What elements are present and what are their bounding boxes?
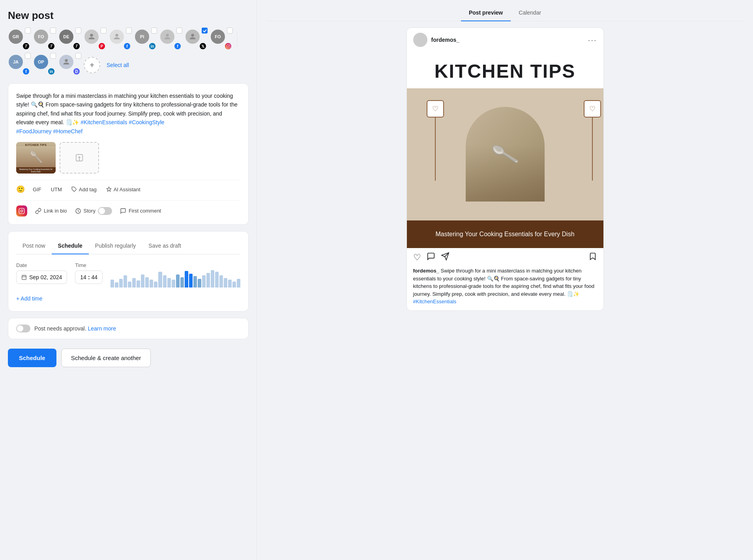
ig-post-header: fordemos_ ··· [407, 28, 603, 52]
instagram-platform-icon [16, 205, 27, 217]
add-time-label: + Add time [16, 295, 43, 302]
hashtag-home-chef: #HomeChef [53, 128, 82, 134]
date-input[interactable]: Sep 02, 2024 [16, 271, 67, 284]
ig-caption-area: fordemos_ Swipe through for a mini maste… [407, 267, 603, 310]
chart-bar [154, 282, 157, 287]
link-in-bio-label: Link in bio [44, 208, 67, 214]
tab-calendar[interactable]: Calendar [511, 6, 549, 21]
account-avatar [109, 29, 125, 45]
account-item-ja-facebook[interactable]: JA f [8, 54, 30, 76]
emoji-button[interactable]: 🙂 [16, 185, 25, 194]
date-value: Sep 02, 2024 [29, 274, 62, 280]
kitchen-tips-title-area: KITCHEN TIPS [407, 52, 603, 88]
chart-bar [193, 276, 197, 287]
right-panel: Post preview Calendar fordemos_ ··· KITC… [257, 0, 753, 560]
instagram-options-row: Link in bio Story First comment [16, 200, 240, 217]
time-separator: : [88, 274, 90, 280]
tab-post-preview[interactable]: Post preview [461, 6, 511, 21]
utm-button[interactable]: UTM [49, 185, 64, 194]
select-all-button[interactable]: Select all [103, 60, 132, 70]
ig-more-button[interactable]: ··· [588, 35, 597, 45]
story-option[interactable]: Story [75, 207, 112, 215]
schedule-tabs: Post now Schedule Publish regularly Save… [16, 239, 240, 254]
add-account-button[interactable]: + [84, 57, 100, 73]
account-item-av-twitter[interactable]: 𝕏 [185, 29, 207, 51]
account-item-av-facebook[interactable]: f [109, 29, 131, 51]
ig-comment-button[interactable] [427, 252, 435, 263]
time-field-group: Time 14 : 44 [75, 262, 103, 287]
account-checkbox-empty [75, 53, 81, 59]
gif-button[interactable]: GIF [31, 185, 43, 194]
account-avatar: FO [210, 29, 226, 45]
account-item-av-pinterest[interactable]: P [84, 29, 106, 51]
ig-share-button[interactable] [441, 252, 450, 263]
add-time-button[interactable]: + Add time [16, 294, 43, 303]
tab-save-as-draft[interactable]: Save as draft [142, 239, 187, 254]
svg-point-1 [115, 34, 118, 37]
svg-point-5 [227, 45, 229, 47]
media-kitchen-bottom-text: Mastering Your Cooking Essentials for Ev… [16, 167, 56, 174]
story-toggle[interactable] [98, 207, 112, 215]
tab-publish-regularly[interactable]: Publish regularly [89, 239, 142, 254]
ai-icon [106, 187, 112, 192]
chart-bar [202, 275, 206, 287]
chart-bar [124, 275, 127, 287]
ig-like-button[interactable]: ♡ [413, 252, 421, 263]
account-avatar: GR [8, 29, 24, 45]
account-item-av-discord[interactable]: D [58, 54, 81, 76]
instagram-preview: fordemos_ ··· KITCHEN TIPS [406, 28, 604, 311]
discord-badge: D [73, 67, 81, 75]
media-thumbnail-1[interactable]: KITCHEN TIPS 🥄 Mastering Your Cooking Es… [16, 142, 56, 174]
account-item-op-linkedin[interactable]: OP in [33, 54, 55, 76]
svg-point-7 [65, 59, 67, 62]
add-tag-button[interactable]: Add tag [70, 185, 98, 194]
twitter-badge: 𝕏 [199, 42, 207, 50]
add-media-button[interactable] [60, 142, 99, 174]
ig-avatar [413, 33, 427, 47]
account-item-pi-linkedin[interactable]: PI in [134, 29, 156, 51]
schedule-create-another-button[interactable]: Schedule & create another [61, 349, 151, 367]
chart-bar [158, 272, 162, 287]
ig-caption-body: Swipe through for a mini masterclass in … [413, 268, 595, 297]
chart-bar [185, 271, 188, 287]
account-checkbox-empty [50, 28, 56, 34]
date-label: Date [16, 262, 67, 268]
approval-toggle[interactable] [16, 325, 30, 332]
send-icon [441, 252, 450, 261]
account-avatar [58, 54, 74, 70]
account-checkbox-empty [227, 28, 233, 34]
tab-post-now[interactable]: Post now [16, 239, 52, 254]
schedule-button[interactable]: Schedule [8, 349, 56, 367]
chart-bar [132, 278, 136, 287]
account-item-fo-tiktok[interactable]: FO 𝑇 [33, 29, 55, 51]
ai-assistant-button[interactable]: AI Assistant [105, 185, 142, 194]
date-field-group: Date Sep 02, 2024 [16, 262, 67, 287]
kitchen-tips-image: KITCHEN TIPS 🥄 [407, 52, 603, 248]
engagement-chart [111, 262, 240, 287]
link-in-bio-option[interactable]: Link in bio [35, 208, 67, 214]
first-comment-option[interactable]: First comment [120, 208, 161, 214]
facebook-badge: f [22, 67, 30, 75]
post-toolbar: 🙂 GIF UTM Add tag AI Assistant [16, 180, 240, 194]
tab-schedule[interactable]: Schedule [52, 239, 89, 254]
post-body-text: Swipe through for a mini masterclass in … [16, 91, 240, 136]
account-item-av-facebook2[interactable]: f [159, 29, 182, 51]
ig-save-button[interactable] [588, 252, 597, 263]
media-row: KITCHEN TIPS 🥄 Mastering Your Cooking Es… [16, 142, 240, 174]
chart-bar [215, 272, 219, 287]
hashtag-food-journey: #FoodJourney [16, 128, 52, 134]
svg-point-6 [229, 45, 229, 45]
learn-more-link[interactable]: Learn more [88, 325, 116, 332]
add-media-icon [75, 153, 84, 162]
svg-point-2 [166, 34, 169, 37]
chart-bar [198, 279, 201, 287]
first-comment-label: First comment [129, 208, 161, 214]
account-item-fo-instagram[interactable]: FO [210, 29, 232, 51]
account-item-de-tiktok[interactable]: DE 𝑇 [58, 29, 81, 51]
account-item-gr-tiktok[interactable]: GR 𝑇 [8, 29, 30, 51]
toggle-knob [99, 208, 105, 214]
chart-bar [137, 280, 140, 287]
svg-point-14 [23, 209, 23, 210]
svg-marker-11 [107, 187, 111, 192]
time-input[interactable]: 14 : 44 [75, 271, 103, 284]
